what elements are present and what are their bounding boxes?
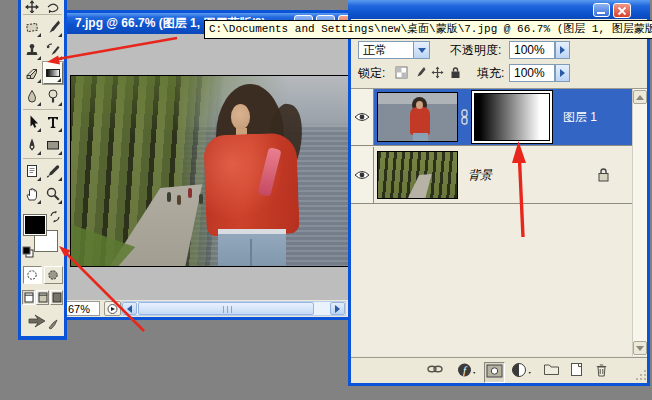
visibility-toggle[interactable] <box>351 89 374 145</box>
swap-colors-icon[interactable] <box>48 210 62 227</box>
layer-mask-thumbnail[interactable] <box>471 90 553 144</box>
status-menu-button[interactable] <box>104 301 121 316</box>
gradient-mask <box>474 93 550 141</box>
quick-mask-icon <box>46 268 60 282</box>
eraser-tool[interactable] <box>22 62 42 84</box>
default-colors-icon[interactable] <box>22 246 34 261</box>
lock-position-icon[interactable] <box>431 66 444 79</box>
standard-screen-icon <box>24 292 34 303</box>
rectangle-tool[interactable] <box>43 134 63 156</box>
dodge-tool[interactable] <box>43 85 63 107</box>
chevron-down-icon[interactable] <box>413 42 429 58</box>
zoom-level-box[interactable]: 67% <box>64 301 100 316</box>
standard-screen-button[interactable] <box>22 290 35 305</box>
eyedropper-tool[interactable] <box>43 160 63 182</box>
image-canvas[interactable] <box>70 75 349 267</box>
patch-tool[interactable] <box>22 16 42 38</box>
blend-mode-value: 正常 <box>363 43 387 57</box>
left-arrow-icon <box>127 305 132 313</box>
opacity-slider-button[interactable] <box>555 41 570 59</box>
panel-scrollbar[interactable] <box>632 89 647 356</box>
foreground-color-swatch[interactable] <box>24 215 46 235</box>
pedestrian <box>199 194 203 204</box>
status-menu-icon <box>107 303 119 315</box>
opacity-field[interactable]: 100% <box>509 41 555 59</box>
gradient-tool[interactable] <box>43 62 63 84</box>
layers-panel-title-bar[interactable] <box>348 0 650 19</box>
layer-row-background[interactable]: 背景 <box>351 147 632 204</box>
eye-icon <box>354 111 370 123</box>
new-group-icon[interactable] <box>543 362 560 379</box>
history-brush-tool[interactable] <box>43 39 63 61</box>
pedestrian <box>188 188 192 198</box>
visibility-toggle[interactable] <box>351 147 374 203</box>
scroll-left-button[interactable] <box>122 302 137 315</box>
layer-row-1[interactable]: 图层 1 <box>351 89 632 146</box>
mask-link-icon[interactable] <box>458 109 471 125</box>
background-thumbnail[interactable] <box>377 151 458 199</box>
standard-mode-button[interactable] <box>23 266 42 284</box>
add-layer-mask-icon[interactable] <box>484 362 505 383</box>
document-canvas-area: 67% <box>63 34 349 317</box>
horizontal-scrollbar[interactable] <box>121 301 346 316</box>
hand-tool[interactable] <box>22 183 42 205</box>
opacity-label: 不透明度: <box>450 41 501 59</box>
scroll-down-button[interactable] <box>633 341 647 355</box>
lock-pixels-icon[interactable] <box>413 66 426 79</box>
scroll-up-button[interactable] <box>633 90 647 104</box>
layers-panel-bottom-bar: f <box>351 357 647 383</box>
layer-style-icon[interactable]: f <box>457 362 477 381</box>
quick-mask-mode-button[interactable] <box>44 266 63 284</box>
right-arrow-icon <box>335 305 340 313</box>
eye-icon <box>354 169 370 181</box>
path-selection-tool[interactable] <box>22 111 42 133</box>
layer-name[interactable]: 背景 <box>468 167 492 184</box>
move-tool[interactable] <box>22 0 42 13</box>
lock-label: 锁定: <box>358 64 385 82</box>
close-icon <box>617 6 627 16</box>
link-layers-icon[interactable] <box>426 362 444 379</box>
standard-mode-icon <box>25 268 39 282</box>
new-layer-icon[interactable] <box>569 362 584 380</box>
fill-slider-button[interactable] <box>555 64 570 82</box>
panel-minimize-button[interactable] <box>593 3 610 17</box>
panel-resize-grip[interactable] <box>634 370 646 382</box>
scrollbar-thumb[interactable] <box>138 302 314 315</box>
woman-face <box>231 104 250 129</box>
jump-imageready-icon <box>27 312 59 332</box>
lock-transparency-icon[interactable] <box>395 66 408 79</box>
tools-palette <box>18 0 67 340</box>
adjustment-layer-icon[interactable] <box>511 362 533 381</box>
move-icon <box>24 0 40 13</box>
layer-list: 图层 1 背景 <box>351 88 647 356</box>
path-tooltip: C:\Documents and Settings\new\桌面\蒙版\7.jp… <box>204 20 652 39</box>
layer1-thumbnail[interactable] <box>377 92 458 142</box>
document-window: 7.jpg @ 66.7% (图层 1, 图层蒙版/8) 6 <box>60 10 352 320</box>
blend-mode-dropdown[interactable]: 正常 <box>358 41 430 59</box>
layer-name[interactable]: 图层 1 <box>563 109 597 126</box>
zoom-tool[interactable] <box>43 183 63 205</box>
blur-tool[interactable] <box>22 85 42 107</box>
brush-tool[interactable] <box>43 16 63 38</box>
clone-stamp-tool[interactable] <box>22 39 42 61</box>
lasso-icon <box>45 0 61 13</box>
tooltip-text: C:\Documents and Settings\new\桌面\蒙版\7.jp… <box>209 23 652 35</box>
layers-panel: 正常 不透明度: 100% 锁定: <box>348 0 650 386</box>
delete-layer-icon[interactable] <box>594 362 609 381</box>
fill-field[interactable]: 100% <box>509 64 555 82</box>
fill-value: 100% <box>514 66 545 80</box>
pedestrian <box>177 195 181 205</box>
panel-close-button[interactable] <box>613 3 631 18</box>
fullscreen-menubar-icon <box>38 292 48 303</box>
lasso-tool[interactable] <box>43 0 63 13</box>
pen-tool[interactable] <box>22 134 42 156</box>
notes-tool[interactable] <box>22 160 42 182</box>
fullscreen-menubar-button[interactable] <box>36 290 49 305</box>
lock-all-icon[interactable] <box>449 66 462 79</box>
zoom-level-value: 67% <box>68 303 90 315</box>
fullscreen-button[interactable] <box>50 290 63 305</box>
scroll-right-button[interactable] <box>330 302 345 315</box>
woman-jeans <box>218 229 286 267</box>
jump-to-imageready-button[interactable] <box>27 312 59 335</box>
type-tool[interactable] <box>43 111 63 133</box>
